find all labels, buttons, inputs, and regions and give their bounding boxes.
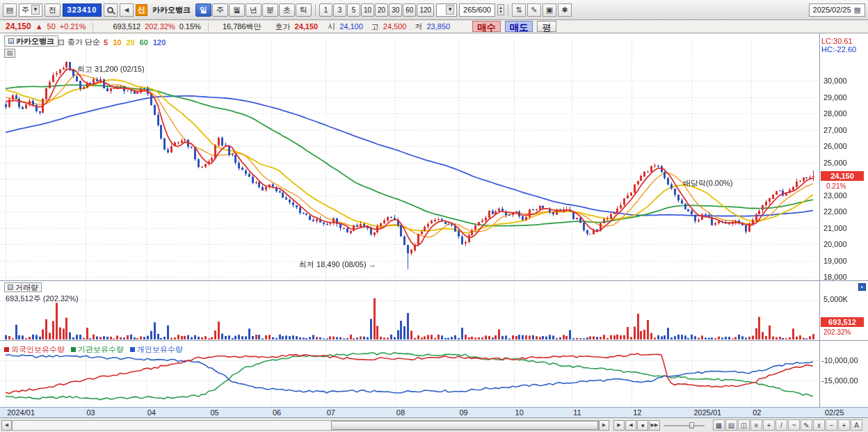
price-axis-label: 21,000 — [823, 224, 847, 232]
back-button[interactable]: ◀ — [625, 420, 636, 431]
lowest-price-annotation: 최저 18,490 (08/05) → — [299, 259, 376, 270]
curve-tool-icon[interactable]: ~ — [788, 419, 800, 431]
legend-checkbox-icon[interactable] — [58, 40, 64, 45]
zoom-slider[interactable] — [664, 420, 705, 431]
ownership-legend-label: 기관보유수량 — [78, 344, 124, 355]
chart-tool-group: ▦▤◫≡+/~✎x−+A — [713, 419, 862, 431]
volume-value: 693,512 — [113, 22, 140, 31]
interval-button-20[interactable]: 20 — [375, 3, 388, 17]
save-icon[interactable]: ▣ — [542, 3, 556, 17]
interval-button-3[interactable]: 3 — [333, 3, 346, 17]
scrollbar-thumb[interactable] — [331, 421, 598, 430]
price-axis-label: 25,000 — [823, 159, 847, 167]
current-price: 24,150 — [6, 22, 31, 31]
time-axis-label: 10 — [515, 408, 524, 417]
settings-icon[interactable]: ✱ — [558, 3, 572, 17]
interval-button-60[interactable]: 60 — [403, 3, 416, 17]
period-tab-분[interactable]: 분 — [262, 3, 278, 17]
compare-icon[interactable]: ⇅ — [512, 3, 526, 17]
chart-type-select[interactable]: ▼ — [436, 3, 457, 17]
volume-title-text: 거래량 — [15, 282, 38, 293]
interval-button-5[interactable]: 5 — [347, 3, 360, 17]
stock-code-input[interactable]: 323410 — [63, 3, 102, 17]
ownership-legend-label: 외국인보유수량 — [11, 344, 65, 355]
scroll-left-icon[interactable]: ◀ — [1, 420, 12, 431]
draw-tool-icon[interactable]: ✎ — [801, 419, 812, 431]
prev-stock-button[interactable]: 전 — [45, 3, 61, 17]
quote-bar: 24,150 ▲ 50 +0.21% 693,512 202.32% 0.15%… — [0, 20, 868, 33]
current-price-badge: 24,150 — [821, 171, 864, 181]
bar-count-spinner[interactable]: ▲▼ — [497, 4, 504, 15]
ownership-legend: 외국인보유수량기관보유수량개인보유수량 — [4, 344, 183, 355]
draw-icon[interactable]: ✎ — [527, 3, 541, 17]
bar-count-field[interactable]: 265/600 — [459, 3, 495, 17]
time-axis-label: 09 — [460, 408, 468, 417]
interval-button-10[interactable]: 10 — [361, 3, 374, 17]
price-axis-label: 19,000 — [823, 257, 847, 265]
stop-button[interactable]: ■ — [637, 420, 648, 431]
period-tab-초[interactable]: 초 — [279, 3, 295, 17]
date-field[interactable]: 2025/02/25▦ — [809, 3, 865, 17]
chart-canvas[interactable] — [0, 33, 868, 417]
trade-value: 16,786백만 — [223, 22, 262, 32]
chart-style-icon[interactable]: ▤ — [3, 3, 17, 17]
scroll-right-icon[interactable]: ▶ — [599, 420, 609, 431]
zoom-slider-handle[interactable] — [689, 422, 694, 429]
period-select[interactable]: 주▼ — [19, 3, 42, 17]
time-axis-label: 03 — [87, 408, 95, 417]
period-tab-일[interactable]: 일 — [195, 3, 211, 17]
price-axis-label: 30,000 — [823, 77, 847, 85]
period-tab-년[interactable]: 년 — [246, 3, 262, 17]
hoga-label: 호가 — [275, 22, 291, 32]
buy-button[interactable]: 매수 — [472, 21, 501, 32]
ma-period-120: 120 — [153, 38, 166, 47]
pane-settings-icon[interactable]: ▤ — [4, 49, 15, 58]
interval-button-1[interactable]: 1 — [319, 3, 332, 17]
chart-scrollbar[interactable]: ◀ ▶ — [1, 420, 609, 431]
chevron-down-icon: ▼ — [446, 5, 454, 15]
chart-stock-tab[interactable]: 카카오뱅크 — [4, 35, 58, 47]
zoom-in-icon[interactable]: + — [838, 419, 850, 431]
time-axis-label: 02 — [753, 408, 761, 417]
period-select-value: 주 — [22, 5, 29, 15]
auto-scale-icon[interactable]: A — [851, 419, 862, 431]
time-axis-label: 06 — [273, 408, 281, 417]
volume-title-icon — [8, 285, 13, 290]
turnover-ratio: 0.15% — [179, 22, 201, 31]
period-tab-틱[interactable]: 틱 — [296, 3, 312, 17]
period-tab-월[interactable]: 월 — [229, 3, 245, 17]
period-tab-주[interactable]: 주 — [212, 3, 228, 17]
legend-title: 종가 단순 — [67, 37, 100, 47]
interval-button-30[interactable]: 30 — [389, 3, 402, 17]
avg-button[interactable]: 평 — [537, 21, 556, 32]
trendline-tool-icon[interactable]: / — [775, 419, 787, 431]
interval-button-group: 13510203060120 — [319, 3, 434, 17]
price-axis-label: 22,000 — [823, 207, 847, 216]
price-axis-label: 27,000 — [823, 126, 847, 134]
scrollbar-track[interactable] — [12, 420, 599, 431]
crosshair-tool-icon[interactable]: + — [763, 419, 775, 431]
pane-expand-icon[interactable]: ▪ — [858, 283, 866, 291]
ma-period-labels: 5102060120 — [104, 38, 166, 47]
erase-tool-icon[interactable]: x — [813, 419, 825, 431]
volume-pane-title: 거래량 — [4, 282, 42, 292]
price-axis-label: 20,000 — [823, 240, 847, 248]
zoom-out-icon[interactable]: − — [826, 419, 837, 431]
compare-tool-icon[interactable]: ◫ — [738, 419, 750, 431]
volume-ratio: 202.32% — [145, 22, 175, 31]
indicator-tool-icon[interactable]: ≡ — [750, 419, 762, 431]
zoom-slider-track — [664, 425, 705, 426]
speaker-icon[interactable]: ◄ — [120, 3, 134, 17]
ma-period-10: 10 — [113, 38, 121, 47]
layout-tool-icon[interactable]: ▤ — [725, 419, 737, 431]
end-button[interactable]: ▶▶ — [649, 420, 660, 431]
main-toolbar: ▤ 주▼ 전 323410 ◄ 신 카카오뱅크 일주월년분초틱 13510203… — [0, 0, 868, 20]
stock-tab-icon — [8, 38, 14, 44]
price-change: 50 — [47, 22, 56, 31]
play-button[interactable]: ▶ — [613, 420, 625, 431]
search-icon[interactable] — [104, 3, 118, 17]
grid-tool-icon[interactable]: ▦ — [713, 419, 725, 431]
current-volume-pct: 202.32% — [823, 328, 851, 336]
interval-button-120[interactable]: 120 — [417, 3, 434, 17]
sell-button[interactable]: 매도 — [505, 21, 533, 32]
